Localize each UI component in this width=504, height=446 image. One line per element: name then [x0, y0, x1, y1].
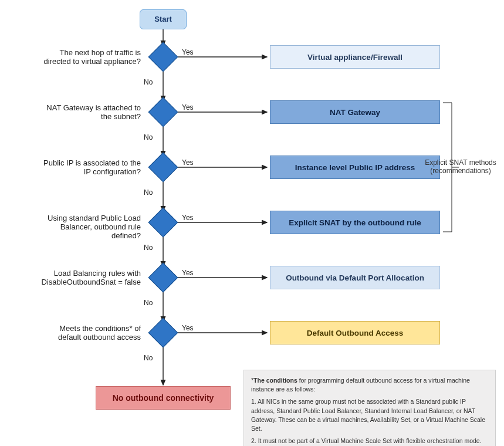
footnote-item-2: 2. It must not be part of a Virtual Mach…	[251, 437, 488, 445]
decision-1-yes: Yes	[182, 48, 194, 56]
decision-6-yes: Yes	[182, 324, 194, 332]
decision-1	[153, 46, 174, 67]
result-explicit-snat: Explicit SNAT by the outbound rule	[270, 211, 440, 234]
result-nat-gateway: NAT Gateway	[270, 100, 440, 124]
decision-6-no: No	[144, 354, 153, 362]
bracket-line2: (recommendations)	[420, 167, 502, 175]
decision-3-no: No	[144, 188, 153, 197]
decision-2-yes: Yes	[182, 103, 194, 112]
decision-2-no: No	[144, 133, 153, 141]
result-default-outbound-access: Default Outbound Access	[270, 321, 440, 344]
result-2-label: NAT Gateway	[330, 108, 380, 117]
bracket-line1: Explicit SNAT methods	[420, 158, 502, 167]
decision-4	[153, 212, 174, 233]
decision-5	[153, 267, 174, 288]
decision-4-yes: Yes	[182, 214, 194, 222]
decision-3	[153, 157, 174, 178]
footnote-item-1: 1. All NICs in the same group must not b…	[251, 397, 488, 433]
decision-1-no: No	[144, 78, 153, 86]
result-3-label: Instance level Public IP address	[295, 163, 415, 172]
terminal-label: No outbound connectivity	[113, 393, 214, 403]
decision-2	[153, 102, 174, 123]
result-4-label: Explicit SNAT by the outbound rule	[289, 218, 421, 227]
decision-3-yes: Yes	[182, 158, 194, 167]
decision-5-no: No	[144, 299, 153, 307]
result-virtual-appliance: Virtual appliance/Firewall	[270, 45, 440, 69]
result-5-label: Outbound via Default Port Allocation	[286, 273, 424, 282]
decision-1-question: The next hop of traffic is directed to v…	[35, 48, 141, 66]
result-1-label: Virtual appliance/Firewall	[307, 53, 402, 62]
decision-2-question: NAT Gateway is attached to the subnet?	[35, 103, 141, 121]
decision-3-question: Public IP is associated to the IP config…	[35, 158, 141, 176]
result-instance-public-ip: Instance level Public IP address	[270, 156, 440, 179]
decision-6	[153, 322, 174, 343]
result-default-port-allocation: Outbound via Default Port Allocation	[270, 266, 440, 289]
decision-4-no: No	[144, 244, 153, 252]
footnote-title: *The conditions for programming default …	[251, 376, 488, 394]
decision-6-question: Meets the conditions* of default outboun…	[35, 324, 141, 342]
footnote-box: *The conditions for programming default …	[243, 370, 496, 446]
result-6-label: Default Outbound Access	[307, 329, 404, 337]
start-node: Start	[140, 9, 187, 29]
decision-4-question: Using standard Public Load Balancer, out…	[35, 214, 141, 240]
start-label: Start	[154, 15, 172, 25]
decision-5-yes: Yes	[182, 269, 194, 277]
decision-5-question: Load Balancing rules with DisableOutboun…	[35, 269, 141, 286]
terminal-no-connectivity: No outbound connectivity	[96, 386, 231, 410]
